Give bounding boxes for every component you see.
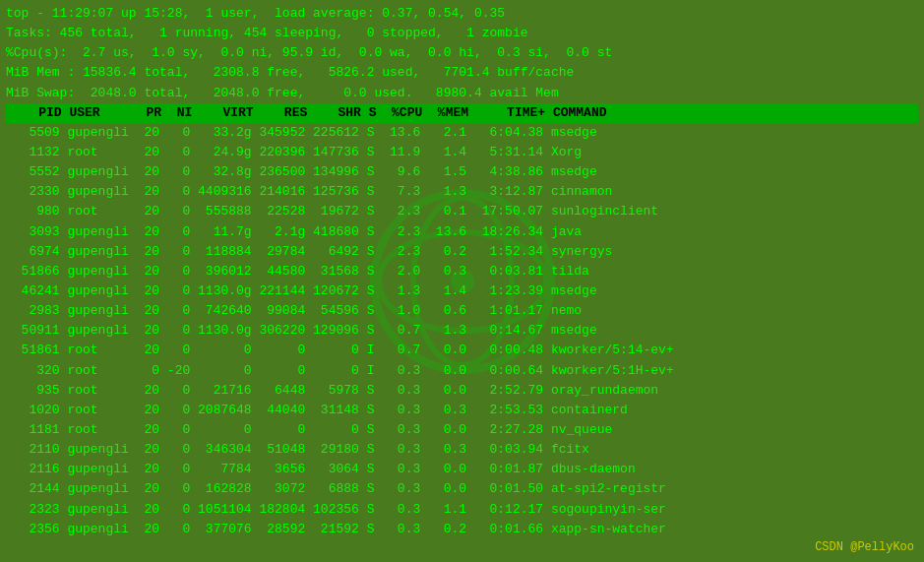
table-row: 2110 gupengli 20 0 346304 51048 29180 S … bbox=[6, 440, 918, 460]
table-row: 2330 gupengli 20 0 4409316 214016 125736… bbox=[6, 182, 918, 202]
table-row: 980 root 20 0 555888 22528 19672 S 2.3 0… bbox=[6, 202, 918, 221]
table-row: 2144 gupengli 20 0 162828 3072 6888 S 0.… bbox=[6, 479, 918, 499]
table-row: 5509 gupengli 20 0 33.2g 345952 225612 S… bbox=[6, 123, 918, 143]
table-header: PID USER PR NI VIRT RES SHR S %CPU %MEM … bbox=[6, 103, 918, 123]
table-row: 46241 gupengli 20 0 1130.0g 221144 12067… bbox=[6, 281, 918, 301]
table-row: 2116 gupengli 20 0 7784 3656 3064 S 0.3 … bbox=[6, 460, 918, 479]
status-line-4: MiB Mem : 15836.4 total, 2308.8 free, 58… bbox=[6, 63, 918, 83]
branding-text: CSDN @PellyKoo bbox=[815, 540, 914, 554]
table-row: 2356 gupengli 20 0 377076 28592 21592 S … bbox=[6, 520, 918, 539]
table-row: 1020 root 20 0 2087648 44040 31148 S 0.3… bbox=[6, 401, 918, 420]
table-row: 5552 gupengli 20 0 32.8g 236500 134996 S… bbox=[6, 162, 918, 182]
table-row: 935 root 20 0 21716 6448 5978 S 0.3 0.0 … bbox=[6, 381, 918, 401]
status-line-1: top - 11:29:07 up 15:28, 1 user, load av… bbox=[6, 4, 918, 24]
table-row: 51866 gupengli 20 0 396012 44580 31568 S… bbox=[6, 262, 918, 281]
table-row: 6974 gupengli 20 0 118884 29784 6492 S 2… bbox=[6, 242, 918, 262]
table-row: 2983 gupengli 20 0 742640 99084 54596 S … bbox=[6, 301, 918, 321]
table-row: 320 root 0 -20 0 0 0 I 0.3 0.0 0:00.64 k… bbox=[6, 361, 918, 381]
status-line-3: %Cpu(s): 2.7 us, 1.0 sy, 0.0 ni, 95.9 id… bbox=[6, 43, 918, 63]
status-line-5: MiB Swap: 2048.0 total, 2048.0 free, 0.0… bbox=[6, 84, 918, 103]
table-row: 3093 gupengli 20 0 11.7g 2.1g 418680 S 2… bbox=[6, 222, 918, 242]
status-line-2: Tasks: 456 total, 1 running, 454 sleepin… bbox=[6, 24, 918, 43]
table-row: 50911 gupengli 20 0 1130.0g 306220 12909… bbox=[6, 321, 918, 341]
table-row: 2323 gupengli 20 0 1051104 182804 102356… bbox=[6, 500, 918, 520]
table-row: 51861 root 20 0 0 0 0 I 0.7 0.0 0:00.48 … bbox=[6, 341, 918, 360]
table-row: 1181 root 20 0 0 0 0 S 0.3 0.0 2:27.28 n… bbox=[6, 420, 918, 440]
terminal-window: top - 11:29:07 up 15:28, 1 user, load av… bbox=[0, 0, 924, 562]
table-row: 1132 root 20 0 24.9g 220396 147736 S 11.… bbox=[6, 143, 918, 162]
